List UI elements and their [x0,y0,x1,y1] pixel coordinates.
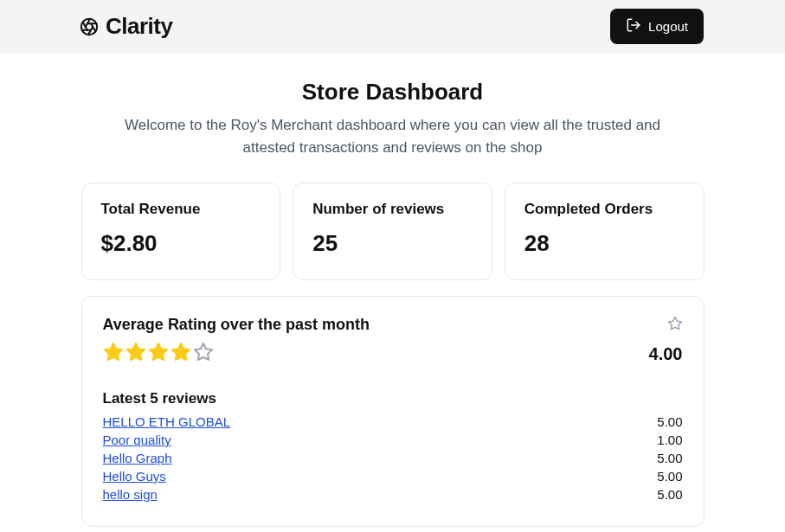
logout-label: Logout [648,19,688,34]
star-filled-icon [148,342,169,366]
latest-reviews-title: Latest 5 reviews [103,390,683,407]
stat-label: Total Revenue [101,201,261,218]
stat-value: $2.80 [101,230,261,257]
star-filled-icon [125,342,146,366]
review-link[interactable]: HELLO ETH GLOBAL [103,414,231,429]
brand: Clarity [80,13,172,40]
stat-label: Completed Orders [524,201,685,218]
review-score: 5.00 [657,469,682,484]
page-title: Store Dashboard [81,79,705,106]
logout-button[interactable]: Logout [610,9,704,44]
topbar: Clarity Logout [0,0,785,53]
brand-name: Clarity [106,13,172,40]
stat-label: Number of reviews [312,201,473,218]
aperture-icon [80,17,99,36]
review-row: Hello Graph5.00 [103,449,683,467]
stat-card-orders: Completed Orders 28 [505,183,705,280]
main-container: Store Dashboard Welcome to the Roy's Mer… [81,53,705,527]
review-row: HELLO ETH GLOBAL5.00 [103,413,683,431]
stat-card-revenue: Total Revenue $2.80 [81,183,281,280]
svg-marker-13 [195,343,212,360]
review-link[interactable]: Hello Graph [103,451,172,465]
ratings-title: Average Rating over the past month [103,316,370,334]
ratings-header: Average Rating over the past month [103,316,683,335]
svg-marker-9 [105,343,122,360]
review-score: 5.00 [657,451,682,465]
stat-value: 28 [524,230,685,257]
stat-value: 25 [312,230,473,257]
review-score: 5.00 [657,414,682,429]
review-row: Poor quality1.00 [103,431,683,449]
page-subtitle: Welcome to the Roy's Merchant dashboard … [81,114,705,158]
svg-marker-8 [668,317,681,330]
svg-marker-11 [150,343,167,360]
rating-value: 4.00 [649,344,683,364]
review-link[interactable]: Hello Guys [103,469,166,484]
review-score: 1.00 [657,433,682,447]
stars-container [103,342,214,366]
review-row: Hello Guys5.00 [103,467,683,485]
ratings-card: Average Rating over the past month 4.00 … [81,296,705,527]
svg-marker-10 [127,343,145,360]
review-link[interactable]: Poor quality [103,433,171,447]
review-score: 5.00 [657,487,682,502]
star-filled-icon [103,342,124,366]
ratings-row: 4.00 [103,342,683,366]
stat-card-reviews: Number of reviews 25 [293,183,492,280]
star-filled-icon [171,342,191,366]
logout-icon [626,17,641,35]
stats-row: Total Revenue $2.80 Number of reviews 25… [81,183,705,280]
reviews-list: HELLO ETH GLOBAL5.00Poor quality1.00Hell… [103,413,683,503]
svg-marker-12 [172,343,190,360]
review-link[interactable]: hello sign [103,487,158,502]
star-outline-icon [667,316,683,335]
star-empty-icon [193,342,214,366]
review-row: hello sign5.00 [103,485,683,503]
